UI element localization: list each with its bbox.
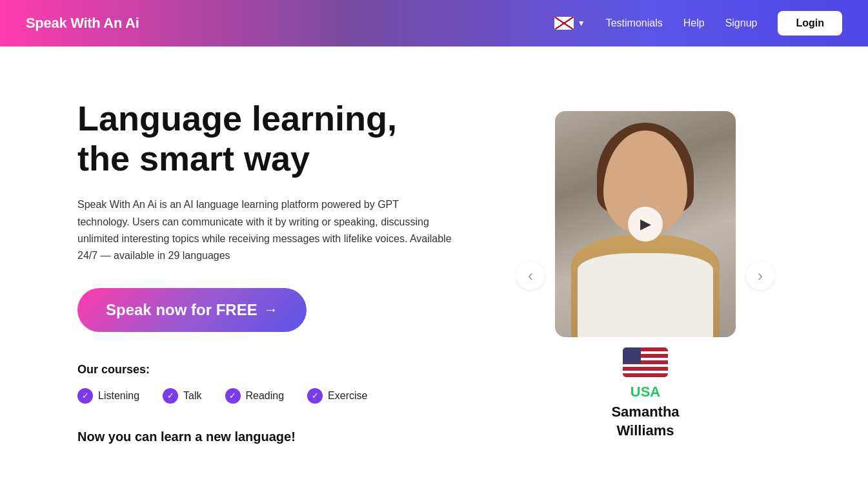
course-reading: ✓ Reading [225, 388, 285, 404]
profile-card: ▶ USA Samantha Williams [555, 111, 736, 440]
cta-label: Speak now for FREE [106, 301, 257, 319]
testimonials-link[interactable]: Testimonials [606, 17, 663, 29]
language-selector[interactable]: ▼ [554, 17, 585, 30]
signup-link[interactable]: Signup [725, 17, 758, 29]
bottom-tagline: Now you can learn a new language! [77, 429, 478, 444]
course-listening: ✓ Listening [77, 388, 139, 404]
carousel-next-button[interactable]: › [746, 262, 774, 290]
flag-usa-icon [623, 347, 668, 377]
flag-uk-icon [554, 17, 574, 30]
course-talk-label: Talk [183, 390, 201, 402]
course-reading-label: Reading [246, 390, 285, 402]
course-listening-label: Listening [98, 390, 139, 402]
hero-title: Language learning, the smart way [77, 98, 478, 178]
course-exercise: ✓ Exercise [307, 388, 367, 404]
hero-left: Language learning, the smart way Speak W… [77, 98, 478, 444]
carousel-prev-button[interactable]: ‹ [516, 262, 545, 290]
course-talk: ✓ Talk [163, 388, 201, 404]
help-link[interactable]: Help [683, 17, 705, 29]
usa-canton [623, 347, 641, 364]
profile-name-line2: Williams [616, 422, 674, 439]
navbar: Speak With An Ai ▼ Testimonials Help Sig… [0, 0, 868, 46]
courses-label: Our courses: [77, 363, 478, 377]
profile-name: Samantha Williams [611, 403, 679, 440]
profile-image: ▶ [555, 111, 736, 337]
carousel: ‹ ▶ USA Samantha Williams [516, 98, 774, 440]
main-content: Language learning, the smart way Speak W… [0, 46, 868, 483]
play-button[interactable]: ▶ [628, 207, 663, 242]
login-button[interactable]: Login [778, 11, 842, 36]
profile-country: USA [631, 384, 660, 400]
shirt-layer [578, 253, 713, 337]
check-icon: ✓ [225, 388, 241, 404]
check-icon: ✓ [163, 388, 178, 404]
check-icon: ✓ [307, 388, 323, 404]
hero-title-line1: Language learning, [77, 99, 397, 138]
speak-now-button[interactable]: Speak now for FREE → [77, 288, 307, 332]
chevron-down-icon: ▼ [578, 19, 585, 28]
hero-description: Speak With An Ai is an AI language learn… [77, 196, 452, 265]
check-icon: ✓ [77, 388, 93, 404]
profile-name-line1: Samantha [611, 404, 679, 420]
course-exercise-label: Exercise [328, 390, 367, 402]
nav-right: ▼ Testimonials Help Signup Login [554, 11, 842, 36]
arrow-icon: → [264, 302, 278, 318]
hero-title-line2: the smart way [77, 139, 310, 178]
site-logo: Speak With An Ai [26, 15, 139, 32]
courses-list: ✓ Listening ✓ Talk ✓ Reading ✓ Exercise [77, 388, 478, 404]
